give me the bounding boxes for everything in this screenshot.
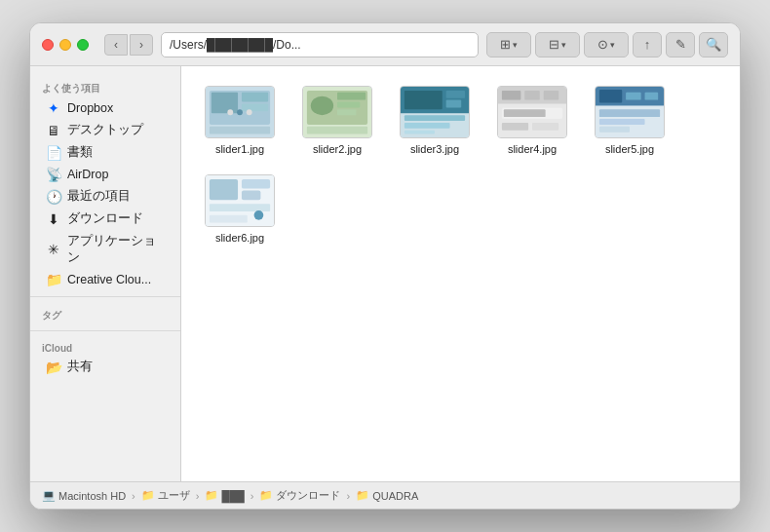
statusbar-user: 📁 ███ (205, 489, 244, 502)
file-thumbnail (497, 86, 567, 138)
sidebar-item-label-applications: アプリケーション (67, 233, 165, 266)
chevron-down-icon2: ▾ (561, 40, 566, 50)
svg-rect-35 (599, 90, 622, 103)
nav-buttons: ‹ › (104, 34, 153, 56)
back-button[interactable]: ‹ (104, 34, 128, 56)
folder-icon-downloads: 📁 (259, 489, 273, 502)
list-item[interactable]: slider6.jpg (201, 174, 279, 244)
statusbar-quadra-label: QUADRA (372, 490, 418, 502)
sidebar-item-documents[interactable]: 📄 書類 (34, 141, 176, 164)
sidebar-item-shared[interactable]: 📂 共有 (34, 356, 176, 378)
share-button[interactable]: ↑ (633, 32, 662, 57)
sidebar-item-label-recents: 最近の項目 (67, 188, 131, 205)
path-bar[interactable]: /Users/████████/Do... (161, 32, 479, 57)
file-name: slider2.jpg (313, 143, 362, 155)
sidebar-item-airdrop[interactable]: 📡 AirDrop (34, 164, 176, 185)
file-area: slider1.jpg slider2.jpg (181, 66, 740, 481)
svg-rect-26 (502, 91, 520, 100)
close-button[interactable] (42, 39, 54, 51)
favorites-label: よく使う項目 (30, 76, 180, 97)
grid-icon: ⊞ (500, 37, 511, 52)
shared-icon: 📂 (46, 360, 61, 375)
sidebar-item-label-dropbox: Dropbox (67, 101, 113, 115)
sidebar-item-label-creative: Creative Clou... (67, 273, 151, 286)
file-name: slider4.jpg (508, 143, 557, 155)
list-icon: ⊟ (549, 37, 559, 52)
statusbar-macintosh-label: Macintosh HD (58, 490, 126, 502)
minimize-button[interactable] (59, 39, 71, 51)
statusbar-users: 📁 ユーザ (141, 488, 190, 503)
sidebar-item-label-documents: 書類 (67, 144, 93, 161)
forward-button[interactable]: › (130, 34, 153, 56)
statusbar: 💻 Macintosh HD › 📁 ユーザ › 📁 ███ › 📁 ダウンロー… (30, 481, 740, 509)
icloud-label: iCloud (30, 337, 180, 356)
folder-icon-user: 📁 (205, 489, 218, 502)
sep2: › (196, 490, 200, 502)
sidebar-item-downloads[interactable]: ⬇ ダウンロード (34, 208, 176, 230)
svg-point-48 (254, 210, 264, 220)
file-name: slider3.jpg (410, 143, 459, 155)
svg-point-7 (227, 109, 233, 115)
file-thumbnail (205, 86, 275, 138)
svg-rect-37 (645, 93, 659, 100)
sidebar-item-label-airdrop: AirDrop (67, 168, 108, 181)
statusbar-macintosh: 💻 Macintosh HD (42, 489, 126, 502)
file-thumbnail (595, 86, 665, 138)
sidebar-item-label-desktop: デスクトップ (67, 122, 143, 138)
sidebar-item-recents[interactable]: 🕐 最近の項目 (34, 185, 176, 208)
file-thumbnail (400, 86, 470, 138)
thumb-svg (498, 87, 566, 138)
svg-rect-40 (599, 127, 630, 133)
group-button[interactable]: ⊟ ▾ (535, 32, 580, 57)
applications-icon: ✳ (46, 242, 61, 257)
search-button[interactable]: 🔍 (699, 32, 728, 57)
list-item[interactable]: slider2.jpg (298, 86, 376, 155)
recents-icon: 🕐 (46, 189, 61, 205)
svg-rect-4 (242, 103, 268, 111)
list-item[interactable]: slider1.jpg (201, 86, 279, 155)
divider-icloud (30, 330, 180, 331)
content-area: よく使う項目 ✦ Dropbox 🖥 デスクトップ 📄 書類 📡 AirDrop… (30, 66, 740, 481)
sidebar-item-desktop[interactable]: 🖥 デスクトップ (34, 119, 176, 141)
svg-rect-46 (210, 204, 270, 211)
svg-rect-5 (210, 127, 270, 134)
svg-rect-45 (242, 190, 260, 200)
sep1: › (132, 490, 135, 502)
sidebar-item-applications[interactable]: ✳ アプリケーション (34, 230, 176, 269)
svg-rect-18 (404, 91, 443, 109)
sidebar-item-label-shared: 共有 (67, 359, 93, 375)
arrange-button[interactable]: ⊙ ▾ (584, 32, 629, 57)
sidebar-item-label-downloads: ダウンロード (67, 210, 143, 227)
svg-rect-28 (544, 91, 559, 100)
downloads-icon: ⬇ (46, 211, 61, 227)
sidebar-item-dropbox[interactable]: ✦ Dropbox (34, 97, 176, 119)
desktop-icon: 🖥 (46, 123, 61, 138)
thumb-svg (303, 87, 371, 138)
file-name: slider6.jpg (215, 232, 264, 244)
hdd-icon: 💻 (42, 489, 56, 502)
svg-rect-15 (307, 127, 367, 134)
titlebar: ‹ › /Users/████████/Do... ⊞ ▾ ⊟ ▾ ⊙ ▾ ↑ … (30, 23, 740, 66)
sidebar: よく使う項目 ✦ Dropbox 🖥 デスクトップ 📄 書類 📡 AirDrop… (30, 66, 181, 481)
view-mode-button[interactable]: ⊞ ▾ (486, 32, 531, 57)
list-item[interactable]: slider4.jpg (493, 86, 571, 155)
list-item[interactable]: slider5.jpg (591, 86, 669, 155)
folder-icon-quadra: 📁 (356, 489, 369, 502)
svg-rect-43 (210, 179, 238, 200)
sep3: › (250, 490, 254, 502)
folder-icon-users: 📁 (141, 489, 155, 502)
maximize-button[interactable] (77, 39, 89, 51)
statusbar-users-label: ユーザ (158, 488, 190, 503)
sidebar-item-creative-cloud[interactable]: 📁 Creative Clou... (34, 269, 176, 290)
list-item[interactable]: slider3.jpg (396, 86, 474, 155)
tag-button[interactable]: ✎ (666, 32, 695, 57)
sep4: › (346, 490, 350, 502)
divider-tags (30, 296, 180, 297)
svg-rect-47 (210, 215, 248, 223)
chevron-down-icon: ▾ (513, 40, 518, 50)
svg-rect-20 (446, 99, 462, 107)
svg-rect-27 (524, 91, 540, 100)
svg-rect-2 (212, 93, 238, 113)
statusbar-downloads: 📁 ダウンロード (259, 488, 340, 503)
thumb-svg (206, 175, 274, 227)
